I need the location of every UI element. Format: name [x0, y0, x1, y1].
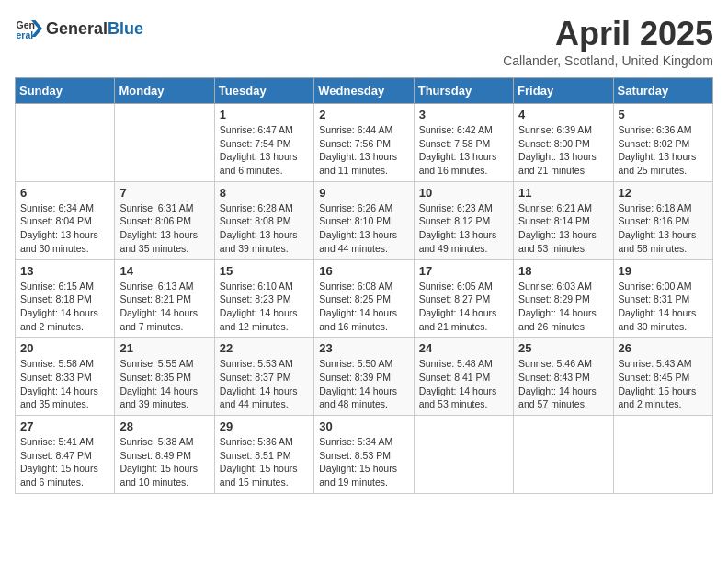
- calendar-cell: 19Sunrise: 6:00 AM Sunset: 8:31 PM Dayli…: [613, 259, 712, 338]
- day-info: Sunrise: 6:00 AM Sunset: 8:31 PM Dayligh…: [619, 280, 708, 334]
- weekday-header-cell: Saturday: [613, 78, 712, 104]
- day-number: 29: [220, 419, 309, 433]
- day-number: 6: [20, 186, 109, 200]
- title-area: April 2025 Callander, Scotland, United K…: [503, 15, 713, 68]
- day-number: 21: [119, 341, 209, 355]
- calendar-cell: 4Sunrise: 6:39 AM Sunset: 8:00 PM Daylig…: [514, 104, 613, 182]
- calendar-cell: 3Sunrise: 6:42 AM Sunset: 7:58 PM Daylig…: [414, 104, 513, 182]
- calendar-cell: [115, 104, 214, 182]
- calendar-cell: 10Sunrise: 6:23 AM Sunset: 8:12 PM Dayli…: [414, 181, 513, 259]
- day-info: Sunrise: 5:34 AM Sunset: 8:53 PM Dayligh…: [319, 435, 408, 489]
- logo: Gen eral GeneralBlue: [15, 15, 143, 42]
- day-number: 1: [220, 108, 309, 121]
- calendar-cell: 13Sunrise: 6:15 AM Sunset: 8:18 PM Dayli…: [16, 259, 115, 338]
- calendar-cell: 24Sunrise: 5:48 AM Sunset: 8:41 PM Dayli…: [414, 338, 513, 416]
- calendar-row: 20Sunrise: 5:58 AM Sunset: 8:33 PM Dayli…: [16, 338, 713, 416]
- day-number: 26: [619, 341, 708, 355]
- day-info: Sunrise: 5:43 AM Sunset: 8:45 PM Dayligh…: [619, 357, 708, 411]
- day-number: 20: [20, 341, 109, 355]
- day-number: 5: [619, 108, 708, 121]
- day-info: Sunrise: 5:50 AM Sunset: 8:39 PM Dayligh…: [319, 357, 408, 411]
- day-info: Sunrise: 6:13 AM Sunset: 8:21 PM Dayligh…: [119, 280, 209, 334]
- day-number: 24: [419, 341, 508, 355]
- day-number: 3: [419, 108, 508, 121]
- calendar-cell: 26Sunrise: 5:43 AM Sunset: 8:45 PM Dayli…: [613, 338, 712, 416]
- calendar-cell: 15Sunrise: 6:10 AM Sunset: 8:23 PM Dayli…: [214, 259, 313, 338]
- svg-text:eral: eral: [17, 29, 34, 40]
- day-number: 30: [319, 419, 408, 433]
- day-number: 19: [619, 264, 708, 278]
- calendar-cell: 12Sunrise: 6:18 AM Sunset: 8:16 PM Dayli…: [613, 181, 712, 259]
- day-info: Sunrise: 6:34 AM Sunset: 8:04 PM Dayligh…: [20, 201, 109, 256]
- day-number: 23: [319, 341, 408, 355]
- calendar-cell: 23Sunrise: 5:50 AM Sunset: 8:39 PM Dayli…: [314, 338, 414, 416]
- day-number: 8: [220, 186, 309, 200]
- day-info: Sunrise: 6:39 AM Sunset: 8:00 PM Dayligh…: [518, 123, 608, 178]
- day-info: Sunrise: 5:58 AM Sunset: 8:33 PM Dayligh…: [20, 357, 109, 411]
- day-info: Sunrise: 6:23 AM Sunset: 8:12 PM Dayligh…: [419, 201, 508, 256]
- logo-icon: Gen eral: [15, 15, 42, 42]
- calendar-cell: [514, 416, 613, 494]
- day-info: Sunrise: 6:28 AM Sunset: 8:08 PM Dayligh…: [220, 201, 309, 256]
- calendar-body: 1Sunrise: 6:47 AM Sunset: 7:54 PM Daylig…: [16, 104, 713, 494]
- calendar-cell: 18Sunrise: 6:03 AM Sunset: 8:29 PM Dayli…: [514, 259, 613, 338]
- day-number: 22: [220, 341, 309, 355]
- calendar-cell: [16, 104, 115, 182]
- day-info: Sunrise: 6:36 AM Sunset: 8:02 PM Dayligh…: [619, 123, 708, 178]
- calendar-cell: [414, 416, 513, 494]
- logo-text-blue: Blue: [108, 19, 143, 38]
- weekday-header-cell: Tuesday: [214, 78, 313, 104]
- calendar-cell: 29Sunrise: 5:36 AM Sunset: 8:51 PM Dayli…: [214, 416, 313, 494]
- day-number: 9: [319, 186, 408, 200]
- day-info: Sunrise: 6:05 AM Sunset: 8:27 PM Dayligh…: [419, 280, 508, 334]
- day-number: 7: [119, 186, 209, 200]
- day-number: 17: [419, 264, 508, 278]
- day-info: Sunrise: 5:46 AM Sunset: 8:43 PM Dayligh…: [518, 357, 608, 411]
- day-number: 25: [518, 341, 608, 355]
- day-info: Sunrise: 6:18 AM Sunset: 8:16 PM Dayligh…: [619, 201, 708, 256]
- weekday-header-cell: Sunday: [16, 78, 115, 104]
- weekday-header-cell: Friday: [514, 78, 613, 104]
- day-info: Sunrise: 6:42 AM Sunset: 7:58 PM Dayligh…: [419, 123, 508, 178]
- calendar-cell: 8Sunrise: 6:28 AM Sunset: 8:08 PM Daylig…: [214, 181, 313, 259]
- header: Gen eral GeneralBlue April 2025 Callande…: [15, 15, 713, 68]
- day-info: Sunrise: 6:08 AM Sunset: 8:25 PM Dayligh…: [319, 280, 408, 334]
- calendar-cell: 27Sunrise: 5:41 AM Sunset: 8:47 PM Dayli…: [16, 416, 115, 494]
- day-number: 14: [119, 264, 209, 278]
- day-info: Sunrise: 5:53 AM Sunset: 8:37 PM Dayligh…: [220, 357, 309, 411]
- calendar-cell: [613, 416, 712, 494]
- day-info: Sunrise: 5:41 AM Sunset: 8:47 PM Dayligh…: [20, 435, 109, 489]
- calendar-cell: 25Sunrise: 5:46 AM Sunset: 8:43 PM Dayli…: [514, 338, 613, 416]
- calendar: SundayMondayTuesdayWednesdayThursdayFrid…: [15, 77, 713, 494]
- day-info: Sunrise: 6:26 AM Sunset: 8:10 PM Dayligh…: [319, 201, 408, 256]
- day-number: 16: [319, 264, 408, 278]
- calendar-cell: 5Sunrise: 6:36 AM Sunset: 8:02 PM Daylig…: [613, 104, 712, 182]
- day-info: Sunrise: 6:15 AM Sunset: 8:18 PM Dayligh…: [20, 280, 109, 334]
- day-info: Sunrise: 6:44 AM Sunset: 7:56 PM Dayligh…: [319, 123, 408, 178]
- calendar-cell: 22Sunrise: 5:53 AM Sunset: 8:37 PM Dayli…: [214, 338, 313, 416]
- day-info: Sunrise: 6:21 AM Sunset: 8:14 PM Dayligh…: [518, 201, 608, 256]
- calendar-row: 1Sunrise: 6:47 AM Sunset: 7:54 PM Daylig…: [16, 104, 713, 182]
- day-info: Sunrise: 6:03 AM Sunset: 8:29 PM Dayligh…: [518, 280, 608, 334]
- calendar-row: 6Sunrise: 6:34 AM Sunset: 8:04 PM Daylig…: [16, 181, 713, 259]
- day-info: Sunrise: 6:47 AM Sunset: 7:54 PM Dayligh…: [220, 123, 309, 178]
- weekday-header-cell: Thursday: [414, 78, 513, 104]
- day-number: 4: [518, 108, 608, 121]
- calendar-cell: 7Sunrise: 6:31 AM Sunset: 8:06 PM Daylig…: [115, 181, 214, 259]
- calendar-cell: 21Sunrise: 5:55 AM Sunset: 8:35 PM Dayli…: [115, 338, 214, 416]
- calendar-cell: 1Sunrise: 6:47 AM Sunset: 7:54 PM Daylig…: [214, 104, 313, 182]
- calendar-cell: 16Sunrise: 6:08 AM Sunset: 8:25 PM Dayli…: [314, 259, 414, 338]
- day-info: Sunrise: 5:38 AM Sunset: 8:49 PM Dayligh…: [119, 435, 209, 489]
- location-subtitle: Callander, Scotland, United Kingdom: [503, 53, 713, 68]
- calendar-cell: 28Sunrise: 5:38 AM Sunset: 8:49 PM Dayli…: [115, 416, 214, 494]
- calendar-cell: 30Sunrise: 5:34 AM Sunset: 8:53 PM Dayli…: [314, 416, 414, 494]
- day-number: 10: [419, 186, 508, 200]
- month-title: April 2025: [503, 15, 713, 53]
- weekday-header-cell: Monday: [115, 78, 214, 104]
- calendar-cell: 6Sunrise: 6:34 AM Sunset: 8:04 PM Daylig…: [16, 181, 115, 259]
- day-info: Sunrise: 5:48 AM Sunset: 8:41 PM Dayligh…: [419, 357, 508, 411]
- day-number: 11: [518, 186, 608, 200]
- day-info: Sunrise: 6:10 AM Sunset: 8:23 PM Dayligh…: [220, 280, 309, 334]
- weekday-header-row: SundayMondayTuesdayWednesdayThursdayFrid…: [16, 78, 713, 104]
- weekday-header-cell: Wednesday: [314, 78, 414, 104]
